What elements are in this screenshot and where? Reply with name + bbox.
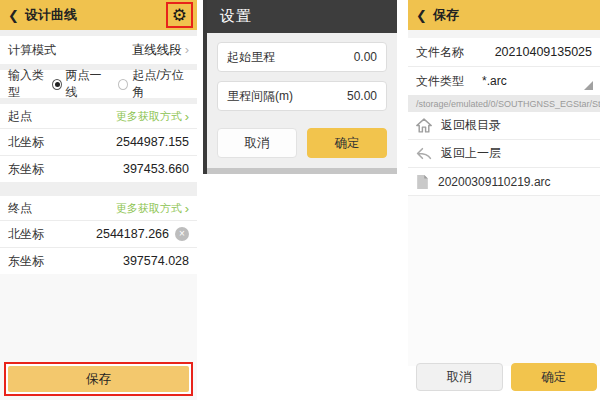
chevron-right-icon: › [185,201,189,216]
dialog-cancel-button[interactable]: 取消 [217,128,297,158]
file-icon [416,174,429,190]
start-north-value[interactable]: 2544987.155 [116,135,189,149]
start-point-section-row: 起点 更多获取方式› [0,104,197,128]
save-cancel-button[interactable]: 取消 [416,363,503,391]
input-type-label: 输入类型 [8,67,52,101]
settings-dialog-screen: 设置 起始里程 0.00 里程间隔(m) 50.00 取消 确定 [203,0,397,400]
dialog-title-bar: 设置 [207,0,397,33]
start-mileage-label: 起始里程 [227,49,275,66]
design-curve-screen: ❮ 设计曲线 ⚙ 计算模式 直线线段› 输入类型 两点一线 [0,0,197,400]
page-title: 保存 [433,6,459,24]
back-arrow-icon [416,147,432,160]
start-more-link[interactable]: 更多获取方式› [116,109,189,124]
filename-label: 文件名称 [416,44,464,61]
list-item-label: 20200309110219.arc [438,175,551,189]
end-point-label: 终点 [8,200,32,217]
divider [0,182,197,196]
back-icon[interactable]: ❮ [416,8,427,23]
list-item-root-dir[interactable]: 返回根目录 [408,112,600,139]
save-file-screen: ❮ 保存 文件名称 20210409135025 文件类型 *.arc /sto… [408,0,600,400]
calc-mode-row[interactable]: 计算模式 直线线段› [0,36,197,64]
end-point-section-row: 终点 更多获取方式› [0,196,197,220]
design-curve-header: ❮ 设计曲线 ⚙ [0,0,197,30]
save-button[interactable]: 保存 [8,366,189,392]
settings-dialog: 设置 起始里程 0.00 里程间隔(m) 50.00 取消 确定 [203,0,397,174]
empty-area [408,196,600,366]
filetype-value: *.arc [482,74,507,88]
calc-mode-label: 计算模式 [8,42,56,59]
radio-unselected-icon [118,79,128,90]
list-item-file[interactable]: 20200309110219.arc [408,168,600,195]
list-item-label: 返回上一层 [441,145,501,162]
radio-two-points[interactable]: 两点一线 [52,67,109,101]
settings-gear-icon[interactable]: ⚙ [172,5,187,26]
list-item-up-dir[interactable]: 返回上一层 [408,140,600,167]
save-confirm-button[interactable]: 确定 [511,363,598,391]
back-icon[interactable]: ❮ [8,8,19,23]
annotation-box-save: 保存 [4,362,193,396]
start-point-label: 起点 [8,108,32,125]
interval-field[interactable]: 里程间隔(m) 50.00 [217,81,387,111]
interval-label: 里程间隔(m) [227,88,293,105]
current-path: /storage/emulated/0/SOUTHGNSS_EGStar/Sta… [416,99,600,109]
input-type-row: 输入类型 两点一线 起点/方位角 [0,70,197,98]
dialog-title: 设置 [220,7,252,26]
end-east-row: 东坐标 397574.028 [0,248,197,274]
radio-azimuth[interactable]: 起点/方位角 [118,67,189,101]
end-more-link[interactable]: 更多获取方式› [116,201,189,216]
current-path-bar: /storage/emulated/0/SOUTHGNSS_EGStar/Sta… [408,95,600,112]
end-north-value-wrap: 2544187.266 × [96,227,189,241]
filetype-row[interactable]: 文件类型 *.arc [408,67,600,95]
start-mileage-field[interactable]: 起始里程 0.00 [217,42,387,72]
interval-value: 50.00 [347,89,377,103]
home-icon [416,118,432,133]
dimmed-background-strip [207,168,397,174]
start-east-value[interactable]: 397453.660 [123,162,189,176]
north-label: 北坐标 [8,134,44,151]
chevron-right-icon: › [185,109,189,124]
radio-selected-icon [52,79,62,90]
save-header: ❮ 保存 [408,0,600,30]
calc-mode-value: 直线线段› [132,42,189,59]
chevron-right-icon: › [185,42,189,57]
clear-input-icon[interactable]: × [175,227,189,241]
dropdown-corner-icon [584,81,593,90]
filetype-label: 文件类型 [416,73,464,90]
end-north-value[interactable]: 2544187.266 [96,227,169,241]
filename-value: 20210409135025 [495,45,592,59]
annotation-box-gear: ⚙ [166,2,193,28]
start-mileage-value: 0.00 [354,50,377,64]
north-label: 北坐标 [8,226,44,243]
start-north-row: 北坐标 2544987.155 [0,129,197,155]
dialog-confirm-button[interactable]: 确定 [307,128,387,158]
list-item-label: 返回根目录 [441,117,501,134]
page-title: 设计曲线 [25,6,77,24]
end-east-value[interactable]: 397574.028 [123,254,189,268]
filename-row[interactable]: 文件名称 20210409135025 [408,38,600,66]
east-label: 东坐标 [8,161,44,178]
divider [408,30,600,38]
end-north-row: 北坐标 2544187.266 × [0,221,197,247]
start-east-row: 东坐标 397453.660 [0,156,197,182]
east-label: 东坐标 [8,253,44,270]
dialog-body: 起始里程 0.00 里程间隔(m) 50.00 取消 确定 [207,33,397,168]
screenshot-composite: ❮ 设计曲线 ⚙ 计算模式 直线线段› 输入类型 两点一线 [0,0,600,400]
